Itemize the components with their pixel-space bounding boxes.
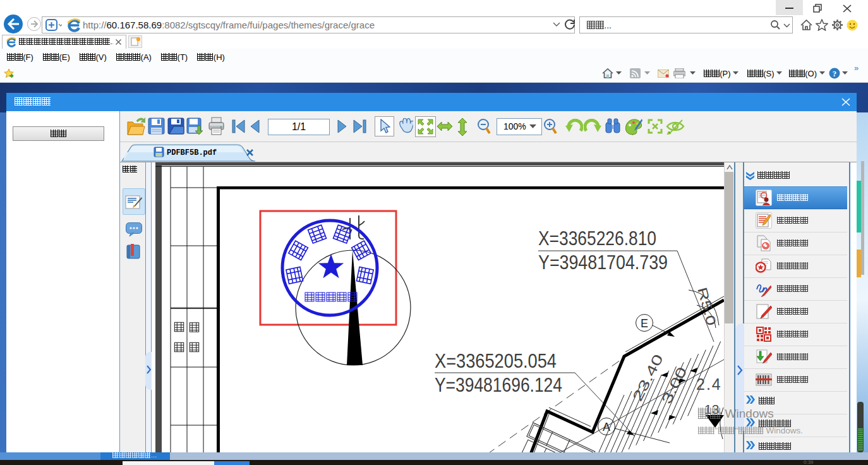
svg-text:3.00: 3.00 — [658, 365, 690, 407]
svg-text:Y=39481704.739: Y=39481704.739 — [538, 251, 668, 274]
svg-text:E: E — [641, 317, 648, 330]
svg-text:2.4: 2.4 — [696, 375, 722, 393]
svg-text:A: A — [603, 421, 610, 433]
svg-text:?: ? — [833, 69, 837, 78]
svg-text:Y=39481696.124: Y=39481696.124 — [435, 374, 562, 396]
svg-text:X=3365226.810: X=3365226.810 — [538, 227, 656, 250]
svg-text:X=3365205.054: X=3365205.054 — [435, 350, 557, 372]
